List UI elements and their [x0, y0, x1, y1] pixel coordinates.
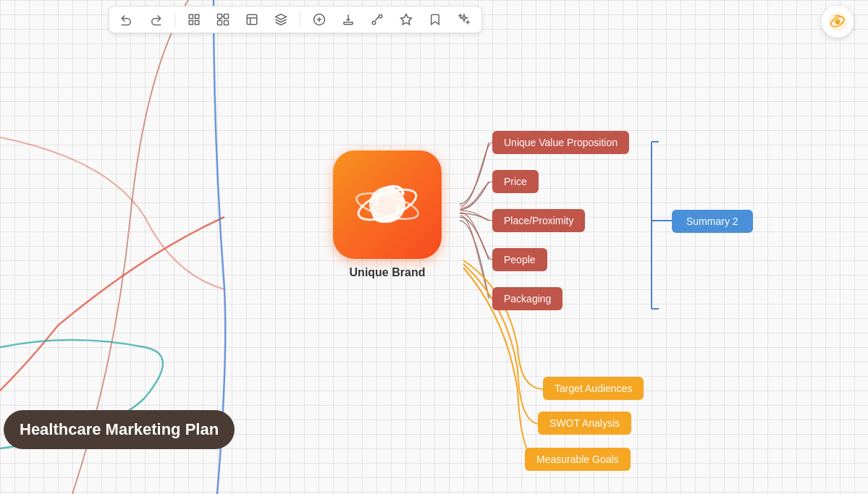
- svg-rect-11: [218, 21, 222, 25]
- svg-rect-5: [189, 14, 193, 18]
- undo-button[interactable]: [117, 9, 137, 30]
- people-node[interactable]: People: [492, 248, 547, 271]
- top-right-logo[interactable]: [822, 6, 854, 38]
- magic-button[interactable]: [454, 9, 474, 30]
- export-button[interactable]: [338, 9, 358, 30]
- svg-rect-6: [195, 14, 199, 18]
- ungroup-button[interactable]: [213, 9, 233, 30]
- ai-button[interactable]: [396, 9, 416, 30]
- svg-point-21: [372, 21, 376, 25]
- target-audiences-node[interactable]: Target Audiences: [543, 377, 644, 400]
- unique-brand-icon: [333, 150, 442, 259]
- toolbar: [109, 6, 482, 33]
- packaging-node[interactable]: Packaging: [492, 287, 562, 310]
- svg-rect-10: [224, 14, 229, 19]
- bookmark-button[interactable]: [425, 9, 445, 30]
- place-node[interactable]: Place/Proximity: [492, 209, 585, 232]
- layout-button[interactable]: [242, 9, 262, 30]
- main-label[interactable]: Healthcare Marketing Plan: [4, 410, 235, 449]
- measurable-goals-node[interactable]: Measurable Goals: [525, 448, 631, 471]
- svg-point-26: [835, 20, 840, 25]
- insert-button[interactable]: [309, 9, 329, 30]
- divider-2: [300, 12, 300, 27]
- swot-analysis-node[interactable]: SWOT Analysis: [538, 412, 631, 435]
- svg-rect-7: [189, 21, 193, 25]
- price-node[interactable]: Price: [492, 170, 539, 193]
- connect-button[interactable]: [367, 9, 387, 30]
- svg-rect-15: [247, 14, 257, 25]
- divider-1: [174, 12, 175, 27]
- redo-button[interactable]: [146, 9, 166, 30]
- svg-rect-8: [195, 21, 199, 25]
- svg-rect-9: [218, 14, 222, 19]
- unique-brand-label: Unique Brand: [350, 266, 426, 279]
- unique-value-node[interactable]: Unique Value Proposition: [492, 131, 629, 154]
- svg-marker-23: [401, 14, 412, 25]
- svg-rect-12: [224, 21, 229, 25]
- style-button[interactable]: [271, 9, 291, 30]
- group-button[interactable]: [184, 9, 204, 30]
- summary-node[interactable]: Summary 2: [672, 210, 753, 233]
- unique-brand-node[interactable]: Unique Brand: [319, 137, 456, 289]
- svg-point-22: [379, 14, 382, 18]
